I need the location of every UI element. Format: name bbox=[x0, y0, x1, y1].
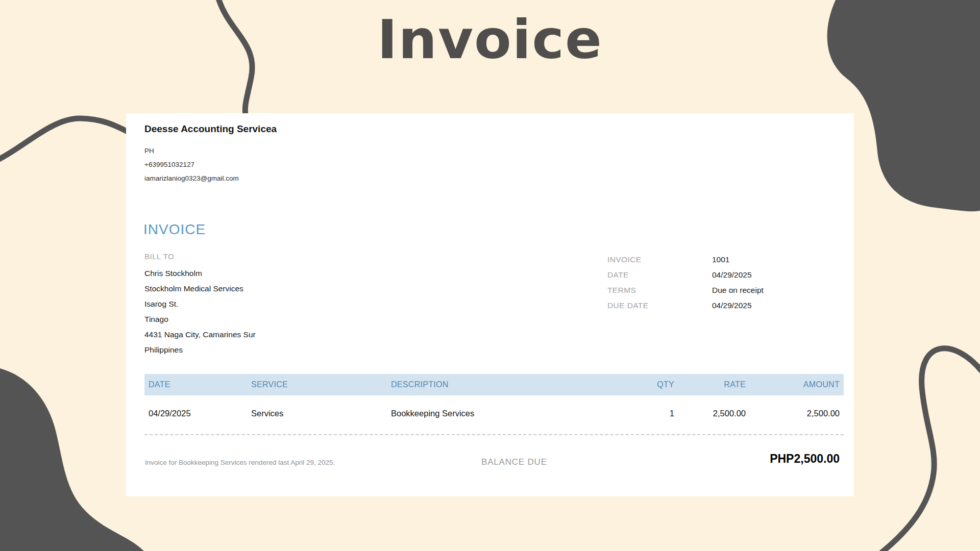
column-header-amount: AMOUNT bbox=[746, 380, 844, 389]
company-country: PH bbox=[144, 144, 239, 158]
column-header-service: SERVICE bbox=[251, 380, 391, 389]
card-footer: Invoice for Bookkeeping Services rendere… bbox=[144, 452, 844, 488]
curve-bottom-right bbox=[881, 348, 980, 551]
company-email: iamarizlaniog0323@gmail.com bbox=[144, 171, 239, 185]
meta-label-terms: TERMS bbox=[607, 283, 712, 298]
cell-description: Bookkeeping Services bbox=[391, 409, 614, 418]
meta-value-invoice-number: 1001 bbox=[712, 252, 764, 267]
bill-to-line: 4431 Naga City, Camarines Sur bbox=[144, 327, 256, 342]
meta-label-due-date: DUE DATE bbox=[607, 298, 712, 313]
invoice-meta: INVOICE 1001 DATE 04/29/2025 TERMS Due o… bbox=[607, 252, 764, 313]
meta-label-invoice: INVOICE bbox=[607, 252, 712, 267]
column-header-date: DATE bbox=[144, 380, 251, 389]
bill-to-line: Isarog St. bbox=[144, 296, 256, 312]
company-phone: +639951032127 bbox=[144, 158, 239, 171]
bill-to-line: Philippines bbox=[144, 342, 256, 358]
cell-service: Services bbox=[251, 409, 391, 418]
meta-value-due-date: 04/29/2025 bbox=[712, 298, 764, 313]
cell-amount: 2,500.00 bbox=[746, 409, 844, 418]
meta-label-date: DATE bbox=[607, 267, 712, 283]
line-items-table: DATE SERVICE DESCRIPTION QTY RATE AMOUNT… bbox=[144, 374, 844, 418]
table-header-row: DATE SERVICE DESCRIPTION QTY RATE AMOUNT bbox=[144, 374, 844, 395]
blob-bottom-left bbox=[0, 368, 144, 551]
table-row: 04/29/2025 Services Bookkeeping Services… bbox=[144, 395, 844, 418]
company-contact-block: PH +639951032127 iamarizlaniog0323@gmail… bbox=[144, 144, 239, 185]
balance-due-amount: PHP2,500.00 bbox=[770, 452, 840, 466]
balance-due-label: BALANCE DUE bbox=[481, 457, 547, 467]
bill-to-label: BILL TO bbox=[144, 252, 174, 261]
page-title: Invoice bbox=[0, 8, 980, 71]
bill-to-line: Chris Stockholm bbox=[144, 266, 256, 281]
meta-value-date: 04/29/2025 bbox=[712, 267, 764, 283]
bill-to-line: Tinago bbox=[144, 312, 256, 327]
invoice-note: Invoice for Bookkeeping Services rendere… bbox=[145, 459, 335, 466]
meta-value-terms: Due on receipt bbox=[712, 283, 764, 298]
bill-to-address: Chris Stockholm Stockholm Medical Servic… bbox=[144, 266, 256, 358]
cell-rate: 2,500.00 bbox=[674, 409, 746, 418]
invoice-heading: INVOICE bbox=[143, 221, 206, 238]
column-header-description: DESCRIPTION bbox=[391, 380, 614, 389]
company-name: Deesse Accounting Servicea bbox=[144, 123, 277, 135]
cell-date: 04/29/2025 bbox=[144, 409, 251, 418]
bill-to-line: Stockholm Medical Services bbox=[144, 281, 256, 296]
curve-left bbox=[0, 118, 129, 160]
column-header-rate: RATE bbox=[674, 380, 746, 389]
dashed-divider bbox=[144, 434, 844, 435]
cell-qty: 1 bbox=[614, 409, 674, 418]
invoice-card: Deesse Accounting Servicea PH +639951032… bbox=[126, 113, 854, 496]
column-header-qty: QTY bbox=[614, 380, 674, 389]
